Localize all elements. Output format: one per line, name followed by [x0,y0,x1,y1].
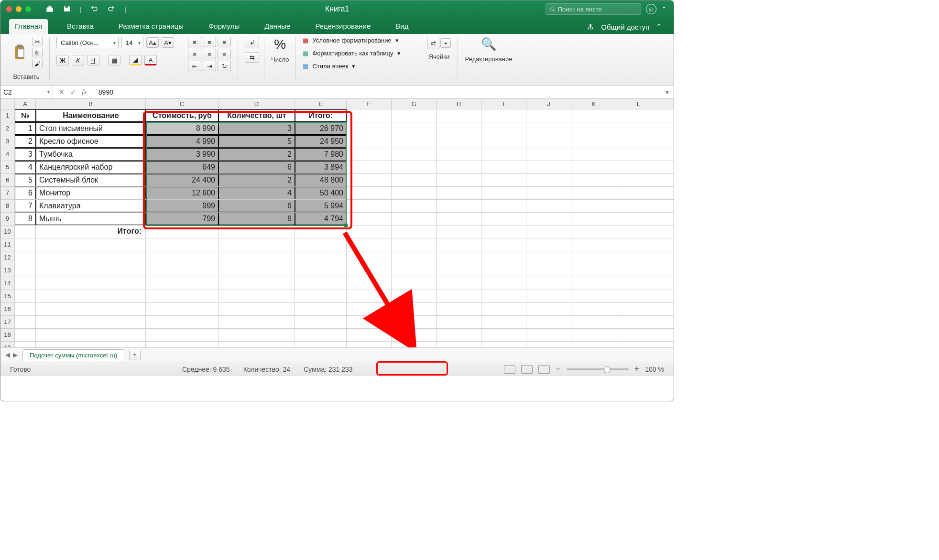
row-header[interactable]: 12 [0,251,15,264]
row-header[interactable]: 9 [0,213,15,225]
cell[interactable] [526,329,571,341]
cell[interactable] [571,342,616,347]
cell[interactable] [571,290,616,302]
collapse-ribbon-icon[interactable]: ⌃ [656,22,662,31]
cell[interactable] [218,264,295,277]
cell[interactable]: Количество, шт [218,109,295,122]
cell[interactable] [15,264,36,277]
cell[interactable] [571,264,616,277]
tab-view[interactable]: Вид [390,19,414,34]
cell[interactable] [571,277,616,290]
cell[interactable] [571,174,616,186]
cell[interactable] [571,226,616,238]
cell[interactable] [36,316,146,328]
cell[interactable] [571,213,616,225]
cell[interactable] [295,290,347,302]
zoom-out-button[interactable]: − [556,364,561,374]
cell[interactable] [295,329,347,341]
cell[interactable] [295,226,347,238]
cell[interactable] [437,135,481,148]
cell[interactable] [347,303,392,315]
cell[interactable] [347,316,392,328]
row-header[interactable]: 6 [0,174,15,186]
cell[interactable] [392,148,437,161]
cell[interactable] [481,187,526,199]
cell[interactable] [36,329,146,341]
cell[interactable] [36,303,146,315]
cell[interactable] [392,342,437,347]
cell[interactable]: 2 [15,135,36,148]
cell[interactable] [481,174,526,186]
cell[interactable] [392,174,437,186]
cell[interactable] [481,135,526,148]
sheet-tab[interactable]: Подсчет суммы (microexcel.ru) [22,349,124,361]
cell[interactable] [347,277,392,290]
cell[interactable] [571,251,616,264]
cell[interactable]: 799 [146,213,218,225]
maximize-window-button[interactable] [25,6,31,12]
cell[interactable] [347,290,392,302]
cell[interactable]: Клавиатура [36,200,146,212]
cell[interactable] [526,122,571,135]
cell[interactable]: 999 [146,200,218,212]
save-icon[interactable] [63,4,71,14]
decrease-indent-icon[interactable]: ⇤ [188,61,201,71]
cell[interactable] [616,135,661,148]
name-box[interactable]: C2 ▾ [0,86,53,98]
cell[interactable] [571,187,616,199]
tab-page-layout[interactable]: Разметка страницы [113,19,189,34]
cell[interactable]: 12 600 [146,187,218,199]
cell[interactable] [347,264,392,277]
cell[interactable]: 3 [15,148,36,161]
cell[interactable] [392,251,437,264]
italic-button[interactable]: К [72,55,84,65]
share-button[interactable]: Общий доступ [601,23,649,31]
zoom-slider[interactable] [567,368,629,370]
cell[interactable] [616,226,661,238]
cell[interactable] [437,174,481,186]
row-header[interactable]: 5 [0,161,15,173]
cell[interactable]: Кресло офисное [36,135,146,148]
cell[interactable] [36,290,146,302]
cell[interactable]: 6 [15,187,36,199]
cell[interactable] [526,109,571,122]
cell[interactable]: 26 970 [295,122,347,135]
cell[interactable] [15,238,36,251]
cell[interactable]: Итого: [295,109,347,122]
col-header[interactable]: C [146,99,218,109]
cell[interactable] [437,213,481,225]
row-header[interactable]: 4 [0,148,15,161]
row-header[interactable]: 15 [0,290,15,302]
cell[interactable] [437,122,481,135]
cell[interactable] [481,251,526,264]
cell[interactable] [15,277,36,290]
increase-font-icon[interactable]: A▴ [146,37,159,48]
cell[interactable] [616,303,661,315]
cell[interactable]: 5 [218,135,295,148]
cell[interactable] [571,329,616,341]
row-header[interactable]: 13 [0,264,15,277]
col-header[interactable]: I [481,99,526,109]
cell[interactable] [437,316,481,328]
cell[interactable]: Итого: [36,226,146,238]
tab-home[interactable]: Главная [9,19,48,34]
font-size-select[interactable]: 14 [121,37,143,48]
col-header[interactable]: D [218,99,295,109]
cell[interactable] [295,238,347,251]
cell[interactable] [437,200,481,212]
cell[interactable] [347,251,392,264]
undo-icon[interactable] [90,4,98,14]
view-normal-icon[interactable] [504,365,515,374]
increase-indent-icon[interactable]: ⇥ [203,61,216,71]
cell[interactable] [146,238,218,251]
align-top-icon[interactable]: ≡ [188,37,201,47]
cell[interactable] [437,148,481,161]
cell[interactable] [146,342,218,347]
row-header[interactable]: 19 [0,342,15,347]
cell[interactable] [526,238,571,251]
copy-icon[interactable]: ⎘ [32,48,43,57]
cell[interactable] [571,316,616,328]
cell[interactable] [571,122,616,135]
cell[interactable] [616,277,661,290]
cell[interactable] [218,238,295,251]
